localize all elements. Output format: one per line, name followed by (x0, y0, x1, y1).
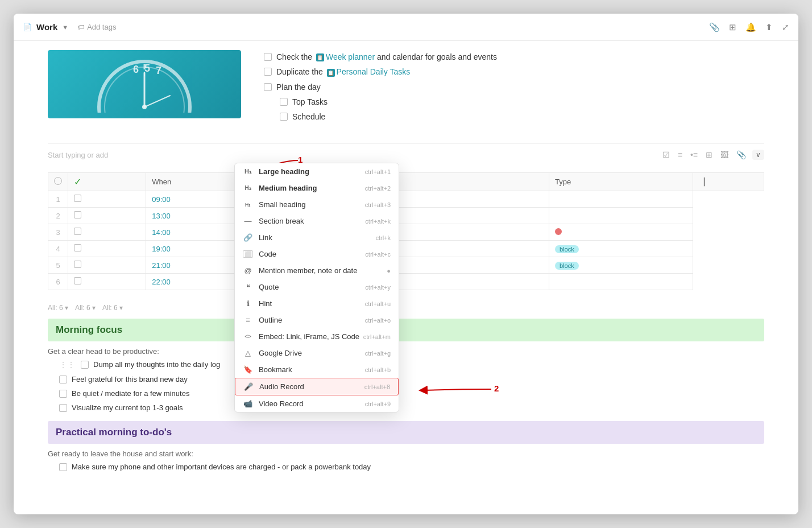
small-heading-icon: H₃ (243, 202, 253, 208)
toolbar-more-dropdown[interactable]: ∨ (752, 150, 764, 160)
checklist-text-1: Check the 📋Week planner and calendar for… (276, 52, 497, 61)
shortcut-mention: ● (387, 267, 391, 274)
practical-morning-subtitle: Get ready to leave the house and start w… (48, 449, 764, 458)
menu-item-large-heading[interactable]: H₁ Large heading ctrl+alt+1 (235, 163, 399, 180)
link-icon: 🔗 (243, 233, 253, 242)
menu-item-mention[interactable]: @ Mention member, note or date ● (235, 262, 399, 279)
morning-checkbox-2[interactable] (59, 376, 67, 383)
row-check-4[interactable] (68, 241, 146, 257)
audio-record-icon: 🎤 (243, 382, 254, 391)
toolbar-image-icon[interactable]: 🖼 (719, 148, 730, 161)
toolbar-table-icon[interactable]: ⊞ (704, 148, 714, 161)
row-check-3[interactable] (68, 224, 146, 241)
morning-checkbox-3[interactable] (59, 390, 67, 398)
menu-item-section-break[interactable]: — Section break ctrl+alt+k (235, 213, 399, 229)
tag-icon: 🏷 (77, 23, 85, 31)
row-num-2: 2 (48, 208, 68, 224)
medium-heading-icon: H₂ (243, 185, 253, 191)
morning-checkbox-1[interactable] (81, 361, 89, 369)
menu-item-code[interactable]: ⬜ Code ctrl+alt+c (235, 246, 399, 262)
menu-label-audio-record: Audio Record (259, 382, 304, 391)
menu-label-hint: Hint (259, 299, 272, 308)
grid-icon[interactable]: ⊞ (729, 22, 736, 32)
personal-tasks-link[interactable]: Personal Daily Tasks (337, 67, 411, 76)
row-check-6[interactable] (68, 274, 146, 290)
menu-item-link[interactable]: 🔗 Link ctrl+k (235, 229, 399, 246)
checkbox-1[interactable] (264, 53, 272, 61)
row-type-2 (549, 208, 693, 224)
shortcut-quote: ctrl+alt+y (365, 284, 391, 291)
toolbar-attachment-icon[interactable]: 📎 (735, 148, 748, 161)
title-dropdown-arrow[interactable]: ▼ (62, 24, 68, 31)
morning-item-4: Visualize my current top 1-3 goals (59, 403, 764, 412)
table-footer: All: 6 ▾ All: 6 ▾ All: 6 ▾ (48, 302, 764, 314)
week-planner-link[interactable]: Week planner (326, 52, 375, 61)
toolbar-checkbox-icon[interactable]: ☑ (661, 148, 672, 161)
code-icon: ⬜ (243, 250, 253, 258)
menu-label-section-break: Section break (259, 217, 304, 225)
row-num-1: 1 (48, 191, 68, 208)
titlebar-right: 📎 ⊞ 🔔 ⬆ ⤢ (709, 22, 789, 32)
menu-item-small-heading[interactable]: H₃ Small heading ctrl+alt+3 (235, 196, 399, 213)
row-check-2[interactable] (68, 208, 146, 224)
morning-focus-heading: Morning focus (48, 319, 764, 341)
bookmark-icon: 🔖 (243, 365, 253, 374)
checklist-sub-text-2: Schedule (292, 112, 325, 121)
add-tags-button[interactable]: 🏷 Add tags (73, 20, 121, 34)
menu-item-quote[interactable]: ❝ Quote ctrl+alt+y (235, 279, 399, 295)
menu-item-video-record[interactable]: 📹 Video Record ctrl+alt+9 (235, 395, 399, 412)
insert-dropdown-menu: H₁ Large heading ctrl+alt+1 H₂ Medium he… (234, 163, 399, 412)
menu-item-bookmark[interactable]: 🔖 Bookmark ctrl+alt+b (235, 361, 399, 378)
menu-item-medium-heading[interactable]: H₂ Medium heading ctrl+alt+2 (235, 180, 399, 196)
morning-item-drag: ⋮⋮ Dump all my thoughts into the daily l… (59, 360, 764, 369)
practical-checkbox-1[interactable] (59, 463, 67, 471)
row-check-1[interactable] (68, 191, 146, 208)
svg-point-9 (142, 105, 147, 109)
attachment-icon[interactable]: 📎 (709, 22, 720, 32)
menu-label-video-record: Video Record (259, 399, 304, 408)
morning-item-3: Be quiet / mediate for a few minutes (59, 389, 764, 398)
toolbar-ordered-list-icon[interactable]: ≡ (676, 148, 684, 161)
toolbar-unordered-list-icon[interactable]: •≡ (689, 148, 699, 161)
morning-text-4: Visualize my current top 1-3 goals (72, 403, 183, 412)
footer-col2[interactable]: All: 6 ▾ (75, 304, 96, 312)
svg-text:6: 6 (133, 64, 139, 75)
col-type: Type (549, 173, 693, 191)
header-image: 6 5 7 (48, 50, 241, 118)
shortcut-hint: ctrl+alt+u (365, 300, 391, 307)
checkbox-sub-2[interactable] (280, 113, 288, 121)
checklist-item-2: Duplicate the 📋Personal Daily Tasks (264, 67, 764, 76)
checklist-sub-1: Top Tasks (280, 97, 764, 106)
menu-label-google-drive: Google Drive (259, 349, 302, 357)
morning-checkbox-4[interactable] (59, 404, 67, 412)
drag-handle-icon[interactable]: ⋮⋮ (59, 360, 75, 369)
footer-col1[interactable]: All: 6 ▾ (48, 304, 68, 312)
row-type-4: block (549, 241, 693, 257)
checkbox-2[interactable] (264, 68, 272, 76)
left-column: 6 5 7 (48, 41, 241, 130)
menu-item-outline[interactable]: ≡ Outline ctrl+alt+o (235, 312, 399, 328)
row-check-5[interactable] (68, 257, 146, 274)
checkbox-3[interactable] (264, 83, 272, 91)
checkbox-sub-1[interactable] (280, 98, 288, 106)
checklist-text-2: Duplicate the 📋Personal Daily Tasks (276, 67, 410, 76)
menu-label-small-heading: Small heading (259, 200, 305, 209)
footer-col3[interactable]: All: 6 ▾ (102, 304, 123, 312)
svg-text:7: 7 (156, 65, 161, 76)
menu-label-code: Code (259, 250, 276, 258)
main-window: 📄 Work ▼ 🏷 Add tags 📎 ⊞ 🔔 ⬆ ⤢ (14, 14, 798, 514)
menu-item-hint[interactable]: ℹ Hint ctrl+alt+u (235, 295, 399, 312)
morning-text-3: Be quiet / mediate for a few minutes (72, 389, 189, 398)
fullscreen-icon[interactable]: ⤢ (782, 22, 789, 32)
menu-label-large-heading: Large heading (259, 167, 309, 176)
titlebar: 📄 Work ▼ 🏷 Add tags 📎 ⊞ 🔔 ⬆ ⤢ (14, 14, 798, 41)
menu-item-google-drive[interactable]: △ Google Drive ctrl+alt+g (235, 345, 399, 361)
share-icon[interactable]: ⬆ (765, 22, 773, 32)
menu-label-embed: Embed: Link, iFrame, JS Code (259, 332, 359, 341)
menu-item-embed[interactable]: <> Embed: Link, iFrame, JS Code ctrl+alt… (235, 328, 399, 345)
row-num-5: 5 (48, 257, 68, 274)
col-check: ✓ (68, 173, 146, 191)
menu-item-audio-record[interactable]: 🎤 Audio Record ctrl+alt+8 (235, 378, 399, 395)
morning-text-2: Feel grateful for this brand new day (72, 375, 188, 383)
bell-icon[interactable]: 🔔 (745, 22, 756, 32)
